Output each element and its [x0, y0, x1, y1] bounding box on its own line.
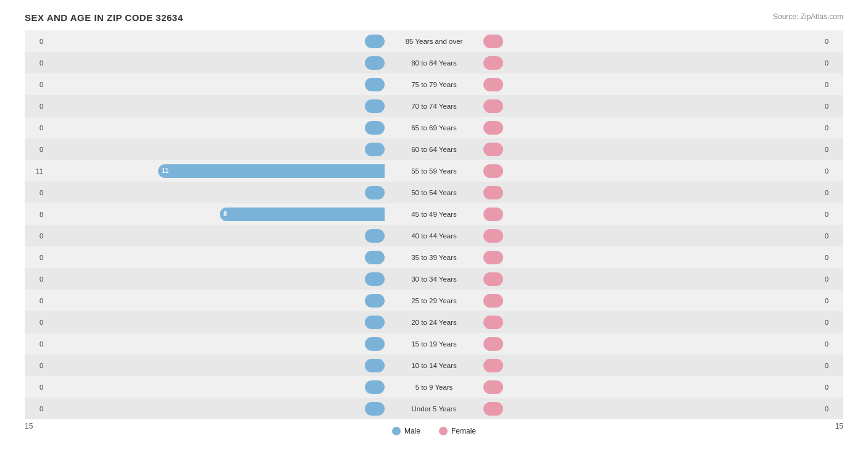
male-bar-cell	[43, 376, 385, 398]
male-bar-cell	[43, 246, 385, 268]
female-bar-cell	[483, 246, 825, 268]
male-bar-zero	[365, 229, 385, 243]
male-bar: 8	[220, 208, 385, 221]
table-row: 0 60 to 64 Years 0	[25, 138, 843, 160]
male-value: 0	[25, 232, 43, 240]
age-label: Under 5 Years	[385, 405, 483, 413]
age-label: 70 to 74 Years	[385, 103, 483, 110]
female-bar-zero	[483, 121, 503, 135]
female-value: 0	[825, 254, 843, 261]
female-value: 0	[825, 297, 843, 304]
age-label: 40 to 44 Years	[385, 232, 483, 240]
female-bar-zero	[483, 78, 503, 91]
female-value: 0	[825, 103, 843, 110]
male-bar-cell	[43, 95, 385, 117]
female-bar-zero	[483, 99, 503, 113]
female-bar-zero	[483, 251, 503, 264]
male-bar-cell	[43, 398, 385, 419]
female-bar-cell	[483, 30, 825, 52]
female-bar-cell	[483, 138, 825, 160]
male-bar-cell	[43, 182, 385, 203]
male-bar-zero	[365, 143, 385, 156]
male-value: 0	[25, 362, 43, 369]
male-bar-cell	[43, 117, 385, 138]
table-row: 0 15 to 19 Years 0	[25, 333, 843, 354]
male-value: 0	[25, 189, 43, 196]
female-value: 0	[825, 384, 843, 391]
male-bar-zero	[365, 99, 385, 113]
age-label: 55 to 59 Years	[385, 167, 483, 175]
table-row: 0 Under 5 Years 0	[25, 398, 843, 419]
age-label: 65 to 69 Years	[385, 124, 483, 132]
male-value: 0	[25, 38, 43, 45]
female-bar-zero	[483, 402, 503, 416]
female-bar-zero	[483, 143, 503, 156]
female-bar-cell	[483, 376, 825, 398]
male-value: 8	[25, 211, 43, 218]
female-bar-cell	[483, 73, 825, 95]
legend-male: Male	[392, 427, 420, 435]
male-value: 0	[25, 103, 43, 110]
male-bar-cell	[43, 52, 385, 73]
female-bar-zero	[483, 35, 503, 48]
table-row: 11 11 55 to 59 Years 0	[25, 160, 843, 182]
male-value: 0	[25, 146, 43, 153]
chart-title: SEX AND AGE IN ZIP CODE 32634	[25, 12, 843, 23]
female-bar-cell	[483, 160, 825, 182]
table-row: 0 20 to 24 Years 0	[25, 311, 843, 333]
age-label: 30 to 34 Years	[385, 275, 483, 283]
female-bar-zero	[483, 316, 503, 329]
male-bar-zero	[365, 78, 385, 91]
table-row: 0 5 to 9 Years 0	[25, 376, 843, 398]
male-bar-zero	[365, 251, 385, 264]
female-value: 0	[825, 211, 843, 218]
male-value: 0	[25, 384, 43, 391]
female-bar-zero	[483, 56, 503, 70]
male-value: 0	[25, 405, 43, 413]
male-bar-cell	[43, 225, 385, 246]
male-value: 0	[25, 254, 43, 261]
table-row: 0 25 to 29 Years 0	[25, 290, 843, 311]
male-bar-cell	[43, 73, 385, 95]
female-label: Female	[451, 427, 476, 435]
table-row: 0 30 to 34 Years 0	[25, 268, 843, 290]
female-bar-zero	[483, 380, 503, 394]
male-bar-zero	[365, 316, 385, 329]
age-label: 35 to 39 Years	[385, 254, 483, 261]
female-bar-cell	[483, 182, 825, 203]
male-bar-zero	[365, 121, 385, 135]
male-bar-cell	[43, 333, 385, 354]
male-bar-cell	[43, 354, 385, 376]
male-value: 0	[25, 59, 43, 67]
male-bar-cell	[43, 311, 385, 333]
male-bar-cell	[43, 268, 385, 290]
table-row: 0 85 Years and over 0	[25, 30, 843, 52]
female-value: 0	[825, 189, 843, 196]
male-dot	[392, 427, 401, 435]
male-value: 0	[25, 124, 43, 132]
female-bar-cell	[483, 95, 825, 117]
male-bar-zero	[365, 294, 385, 308]
male-value: 11	[25, 167, 43, 175]
table-row: 0 75 to 79 Years 0	[25, 73, 843, 95]
female-value: 0	[825, 275, 843, 283]
axis-right: 15	[835, 422, 843, 435]
female-bar-cell	[483, 354, 825, 376]
female-value: 0	[825, 340, 843, 348]
male-bar-zero	[365, 380, 385, 394]
female-value: 0	[825, 38, 843, 45]
female-value: 0	[825, 59, 843, 67]
male-bar-zero	[365, 186, 385, 199]
age-label: 45 to 49 Years	[385, 211, 483, 218]
age-label: 75 to 79 Years	[385, 81, 483, 88]
male-label: Male	[404, 427, 420, 435]
female-bar-cell	[483, 311, 825, 333]
legend: Male Female	[392, 427, 476, 435]
table-row: 0 40 to 44 Years 0	[25, 225, 843, 246]
male-bar-cell: 11	[43, 160, 385, 182]
female-bar-zero	[483, 229, 503, 243]
table-row: 0 35 to 39 Years 0	[25, 246, 843, 268]
axis-left: 15	[25, 422, 33, 435]
female-bar-cell	[483, 290, 825, 311]
table-row: 0 10 to 14 Years 0	[25, 354, 843, 376]
